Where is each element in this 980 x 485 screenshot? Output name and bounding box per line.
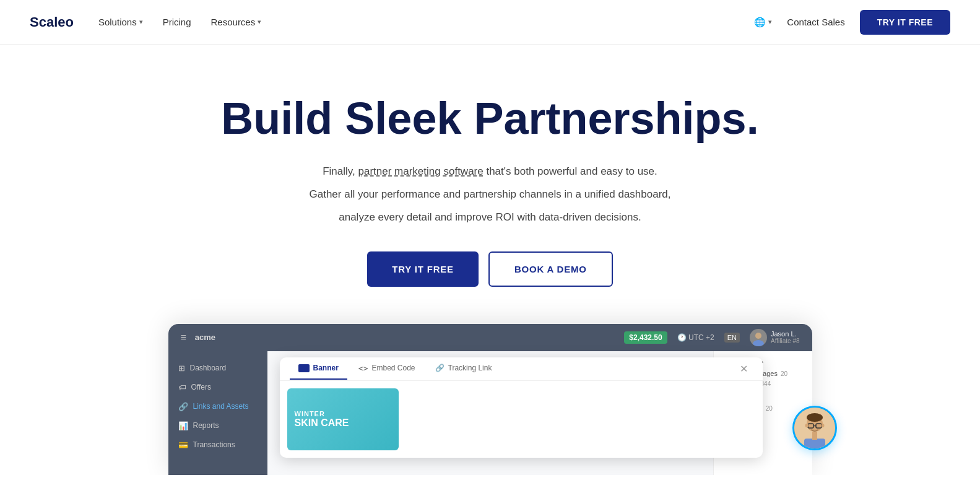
logo[interactable]: Scaleo: [30, 14, 74, 30]
hero-buttons: TRY IT FREE BOOK A DEMO: [30, 251, 950, 287]
nav-pricing[interactable]: Pricing: [163, 17, 191, 27]
nav-solutions[interactable]: Solutions ▾: [98, 17, 143, 27]
chevron-down-icon-2: ▾: [258, 18, 261, 26]
dashboard-lang: EN: [724, 333, 740, 343]
sidebar-item-offers[interactable]: 🏷 Offers: [168, 378, 267, 397]
dashboard-header: ≡ acme $2,432.50 🕐 UTC +2 EN Jason L.: [168, 324, 812, 351]
svg-point-0: [755, 333, 761, 339]
nav-left: Scaleo Solutions ▾ Pricing Resources ▾: [30, 14, 261, 30]
hero-book-demo-button[interactable]: BOOK A DEMO: [488, 251, 613, 287]
modal-tab-banner[interactable]: Banner: [290, 357, 347, 380]
dashboard-content: Banner <> Embed Code 🔗 Tracking Link ✕: [267, 351, 812, 475]
dashboard-sidebar: ⊞ Dashboard 🏷 Offers 🔗 Links and Assets …: [168, 351, 267, 475]
dashboard-user-name: Jason L.: [771, 330, 800, 338]
banner-line1: WINTER: [295, 410, 325, 417]
reports-icon: 📊: [178, 421, 188, 430]
nav-try-free-button[interactable]: TRY IT FREE: [860, 10, 950, 35]
banner-image: WINTER SKIN CARE: [287, 388, 399, 450]
language-selector[interactable]: 🌐 ▾: [754, 17, 772, 28]
contact-sales-button[interactable]: Contact Sales: [787, 17, 844, 27]
modal-close-button[interactable]: ✕: [735, 358, 753, 380]
dashboard-utc: 🕐 UTC +2: [677, 333, 714, 342]
dashboard-header-right: $2,432.50 🕐 UTC +2 EN Jason L. Affiliate…: [624, 329, 799, 346]
dashboard-preview-wrapper: ≡ acme $2,432.50 🕐 UTC +2 EN Jason L.: [168, 324, 812, 475]
dashboard-user-avatar: [750, 329, 767, 346]
svg-rect-10: [804, 439, 825, 448]
dashboard-logo-area: ≡ acme: [181, 332, 216, 343]
nav-links: Solutions ▾ Pricing Resources ▾: [98, 17, 261, 27]
sidebar-item-dashboard[interactable]: ⊞ Dashboard: [168, 359, 267, 378]
svg-point-4: [807, 413, 823, 422]
dashboard-user-sub: Affiliate #8: [771, 338, 800, 344]
transactions-icon: 💳: [178, 440, 188, 450]
hero-subtext-2: Gather all your performance and partners…: [30, 186, 950, 204]
hero-headline: Build Sleek Partnerships.: [30, 94, 950, 143]
dashboard-body: ⊞ Dashboard 🏷 Offers 🔗 Links and Assets …: [168, 351, 812, 475]
dashboard-balance: $2,432.50: [624, 331, 667, 344]
hero-try-free-button[interactable]: TRY IT FREE: [367, 251, 479, 287]
avatar-svg: [794, 408, 835, 448]
dashboard-user-info: Jason L. Affiliate #8: [771, 330, 800, 344]
dashboard-preview: ≡ acme $2,432.50 🕐 UTC +2 EN Jason L.: [168, 324, 812, 475]
embed-code-icon: <>: [358, 364, 368, 373]
chevron-down-icon-3: ▾: [768, 18, 772, 26]
sidebar-item-reports[interactable]: 📊 Reports: [168, 416, 267, 435]
hero-section: Build Sleek Partnerships. Finally, partn…: [0, 45, 980, 324]
modal-card: Banner <> Embed Code 🔗 Tracking Link ✕: [280, 357, 763, 458]
dashboard-icon: ⊞: [178, 364, 185, 373]
svg-point-1: [753, 340, 764, 346]
tracking-icon: 🔗: [435, 364, 444, 372]
svg-point-9: [821, 424, 824, 427]
banner-tab-icon: [298, 364, 310, 372]
hamburger-icon: ≡: [181, 332, 186, 343]
hero-subtext-3: analyze every detail and improve ROI wit…: [30, 209, 950, 227]
avatar-inner: [794, 408, 835, 448]
floating-avatar: [792, 406, 837, 450]
hero-subtext-1: Finally, partner marketing software that…: [30, 163, 950, 181]
modal-body: WINTER SKIN CARE: [280, 381, 763, 458]
svg-rect-11: [812, 432, 817, 440]
globe-icon: 🌐: [754, 17, 766, 28]
hero-underlined-text: partner marketing software: [358, 165, 483, 177]
navbar: Scaleo Solutions ▾ Pricing Resources ▾ 🌐…: [0, 0, 980, 45]
svg-point-8: [805, 424, 808, 427]
chevron-down-icon: ▾: [139, 18, 143, 26]
nav-resources[interactable]: Resources ▾: [211, 17, 262, 27]
offers-icon: 🏷: [178, 383, 186, 392]
sidebar-item-transactions[interactable]: 💳 Transactions: [168, 435, 267, 455]
dashboard-user: Jason L. Affiliate #8: [750, 329, 800, 346]
modal-tabs: Banner <> Embed Code 🔗 Tracking Link ✕: [280, 357, 763, 381]
modal-tab-embed[interactable]: <> Embed Code: [350, 357, 424, 380]
modal-tab-tracking[interactable]: 🔗 Tracking Link: [427, 357, 501, 380]
dashboard-logo-text: acme: [195, 333, 215, 342]
banner-line2: SKIN CARE: [295, 417, 349, 429]
nav-right: 🌐 ▾ Contact Sales TRY IT FREE: [754, 10, 950, 35]
links-icon: 🔗: [178, 402, 188, 411]
sidebar-item-links[interactable]: 🔗 Links and Assets: [168, 397, 267, 416]
